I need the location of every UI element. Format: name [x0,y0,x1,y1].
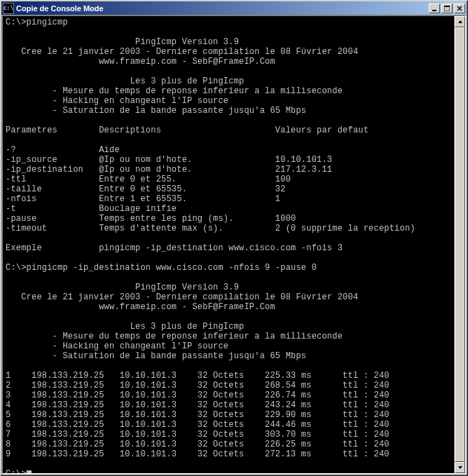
vertical-scrollbar[interactable] [454,16,465,473]
scroll-down-button[interactable] [455,462,465,473]
scroll-track[interactable] [455,27,465,462]
client-area: C:\>pingicmp PingIcmp Version 3.9 Cree l… [1,15,467,475]
scroll-up-button[interactable] [455,16,465,27]
console-output[interactable]: C:\>pingicmp PingIcmp Version 3.9 Cree l… [3,16,454,473]
svg-rect-2 [444,6,450,7]
minimize-button[interactable] [429,4,440,13]
titlebar[interactable]: c:\ Copie de Console Mode [1,1,467,15]
svg-rect-0 [432,10,436,11]
window-title: Copie de Console Mode [16,4,429,13]
console-window: c:\ Copie de Console Mode C:\>pingicmp P… [0,0,468,476]
cmd-icon: c:\ [3,3,14,14]
svg-marker-6 [458,466,462,469]
titlebar-buttons [429,4,467,13]
maximize-button[interactable] [441,4,453,13]
cursor [27,470,32,473]
svg-marker-5 [458,20,462,23]
close-button[interactable] [454,4,465,13]
scroll-thumb[interactable] [455,27,465,462]
